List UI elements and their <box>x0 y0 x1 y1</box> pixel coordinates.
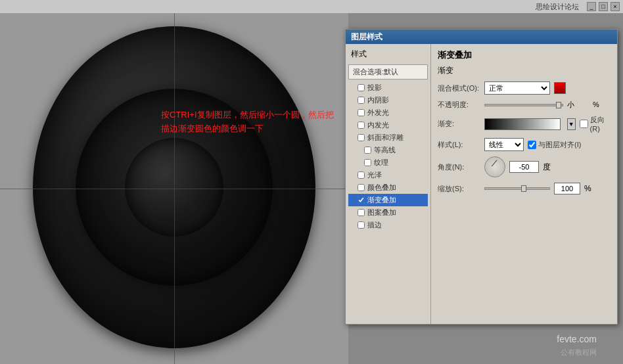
opacity-slider-thumb[interactable] <box>556 102 561 108</box>
angle-unit: 度 <box>543 162 551 173</box>
texture-checkbox[interactable] <box>364 159 371 166</box>
style-item-inner-glow[interactable]: 内发光 <box>348 119 428 131</box>
watermark-sub: 公有教程网 <box>561 348 597 357</box>
angle-label: 角度(N): <box>438 162 480 172</box>
style-item-pattern-overlay[interactable]: 图案叠加 <box>348 206 428 219</box>
style-item-satin[interactable]: 光泽 <box>348 169 428 181</box>
drop-shadow-checkbox[interactable] <box>358 84 365 91</box>
dialog-title-bar: 图层样式 <box>346 30 617 44</box>
gradient-overlay-checkbox[interactable] <box>358 196 365 204</box>
top-title: 思绘设计论坛 <box>536 2 579 12</box>
annotation-text: 按CTRI+I复制图层，然后缩小一个圆，然后把 描边渐变圆色的颜色调一下 <box>161 108 334 136</box>
pattern-overlay-checkbox[interactable] <box>358 209 365 216</box>
opacity-value: 小 <box>567 100 574 110</box>
contour-checkbox[interactable] <box>364 147 371 154</box>
scale-slider-thumb[interactable] <box>521 185 526 192</box>
opacity-unit: % <box>578 100 599 110</box>
style-item-stroke[interactable]: 描边 <box>348 219 428 231</box>
style-item-drop-shadow[interactable]: 投影 <box>348 81 428 94</box>
gradient-dropdown-arrow[interactable]: ▼ <box>567 118 576 130</box>
maximize-button[interactable]: □ <box>599 2 608 11</box>
opacity-row: 不透明度: 小 % <box>438 100 611 110</box>
blend-options-item[interactable]: 混合选项:默认 <box>348 64 428 80</box>
angle-dial[interactable] <box>484 156 505 177</box>
style-item-bevel-emboss[interactable]: 斜面和浮雕 <box>348 131 428 144</box>
inner-glow-checkbox[interactable] <box>358 122 365 129</box>
stroke-checkbox[interactable] <box>358 221 365 229</box>
scale-slider-track[interactable] <box>484 187 550 190</box>
style-item-contour[interactable]: 等高线 <box>348 144 428 156</box>
bevel-emboss-checkbox[interactable] <box>358 134 365 141</box>
dialog-title: 图层样式 <box>351 32 382 43</box>
style-item-outer-glow[interactable]: 外发光 <box>348 106 428 119</box>
style-item-texture[interactable]: 纹理 <box>348 156 428 169</box>
blend-mode-label: 混合模式(O): <box>438 83 480 93</box>
opacity-slider-track[interactable] <box>484 104 563 106</box>
blend-mode-row: 混合模式(O): 正常 溶解 变暗 <box>438 81 611 95</box>
section-title: 渐变叠加 <box>438 49 611 61</box>
style-item-color-overlay[interactable]: 颜色叠加 <box>348 181 428 194</box>
close-button[interactable]: × <box>611 2 620 11</box>
align-label: 与图层对齐(I) <box>528 140 581 150</box>
styles-panel: 样式 混合选项:默认 投影 内阴影 外发光 内发光 斜面和浮雕 <box>346 44 431 324</box>
blend-mode-color-indicator[interactable] <box>554 82 566 94</box>
layer-style-dialog: 图层样式 样式 混合选项:默认 投影 内阴影 外发光 内发光 <box>345 29 618 325</box>
color-overlay-checkbox[interactable] <box>358 184 365 191</box>
gradient-preview[interactable] <box>484 118 561 130</box>
style-row: 样式(L): 线性 径向 角度 与图层对齐(I) <box>438 138 611 151</box>
canvas-area: 按CTRI+I复制图层，然后缩小一个圆，然后把 描边渐变圆色的颜色调一下 <box>0 13 348 364</box>
watermark-main: fevte.com <box>557 334 597 344</box>
crosshair-vertical <box>174 13 175 364</box>
gradient-label: 渐变: <box>438 119 480 129</box>
satin-checkbox[interactable] <box>358 171 365 179</box>
scale-label: 缩放(S): <box>438 184 480 194</box>
top-bar: 思绘设计论坛 _ □ × <box>0 0 623 13</box>
minimize-button[interactable]: _ <box>587 2 596 11</box>
reverse-label: 反向(R) <box>580 115 611 133</box>
reverse-checkbox[interactable] <box>580 120 588 128</box>
gradient-row: 渐变: ▼ 反向(R) <box>438 115 611 133</box>
style-select[interactable]: 线性 径向 角度 <box>484 138 524 151</box>
style-label: 样式(L): <box>438 140 480 150</box>
outer-glow-checkbox[interactable] <box>358 109 365 116</box>
style-item-inner-shadow[interactable]: 内阴影 <box>348 94 428 106</box>
angle-input[interactable] <box>509 161 539 173</box>
scale-input[interactable] <box>554 183 580 194</box>
opacity-label: 不透明度: <box>438 100 480 110</box>
angle-row: 角度(N): 度 <box>438 156 611 177</box>
style-item-gradient-overlay[interactable]: 渐变叠加 <box>348 194 428 206</box>
window-controls: 思绘设计论坛 _ □ × <box>492 0 623 13</box>
dialog-body: 样式 混合选项:默认 投影 内阴影 外发光 内发光 斜面和浮雕 <box>346 44 617 324</box>
styles-panel-title: 样式 <box>348 47 428 62</box>
sub-title: 渐变 <box>438 65 611 76</box>
align-checkbox[interactable] <box>528 141 536 149</box>
blend-mode-select[interactable]: 正常 溶解 变暗 <box>484 81 550 95</box>
inner-shadow-checkbox[interactable] <box>358 97 365 104</box>
scale-row: 缩放(S): % <box>438 183 611 194</box>
right-panel: 渐变叠加 渐变 混合模式(O): 正常 溶解 变暗 不透明度: 小 % <box>431 44 617 324</box>
scale-unit: % <box>584 184 591 193</box>
